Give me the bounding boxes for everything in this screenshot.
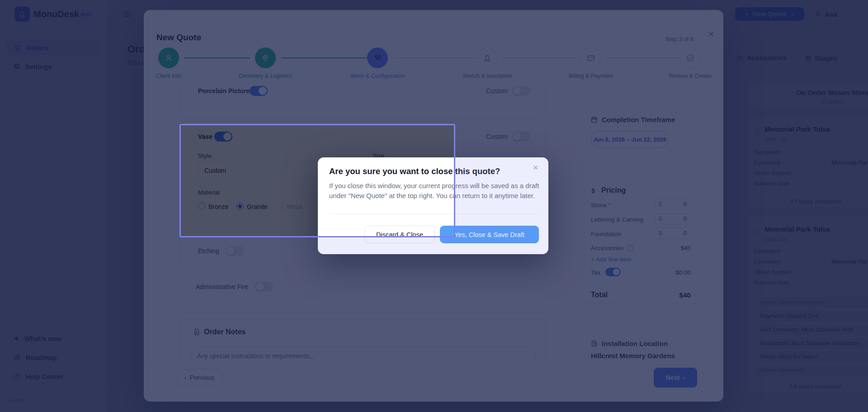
screen-root: MonuDesk Beta Orders ⚙ Settings ✦ What’s… <box>0 0 868 412</box>
element-highlight <box>179 124 455 237</box>
close-icon[interactable]: ✕ <box>533 164 538 172</box>
